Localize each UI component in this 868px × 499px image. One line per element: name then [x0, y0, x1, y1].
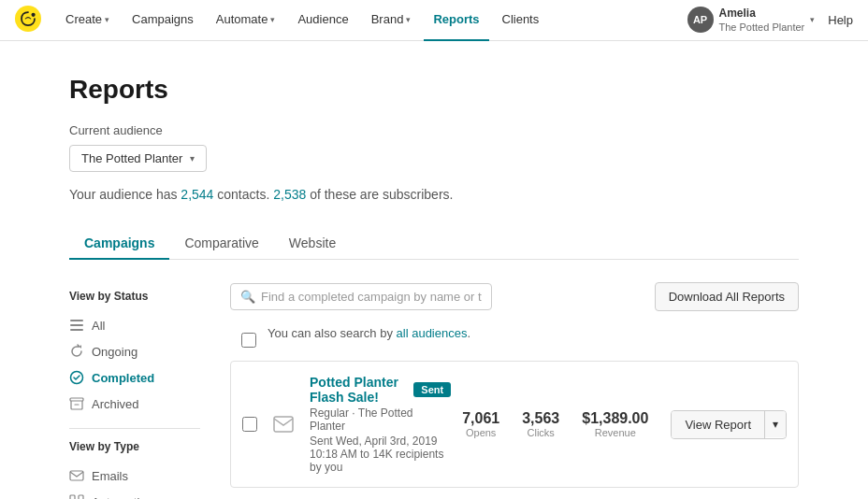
content-layout: View by Status All [69, 282, 799, 499]
clicks-value: 3,563 [522, 410, 559, 427]
revenue-stat: $1,389.00 Revenue [582, 410, 648, 438]
navbar-right: AP Amelia The Potted Planter ▾ Help [687, 7, 853, 35]
audience-info: Your audience has 2,544 contacts. 2,538 … [69, 187, 799, 202]
automate-chevron-icon: ▾ [270, 15, 275, 24]
audience-dropdown[interactable]: The Potted Planter ▾ [69, 145, 207, 172]
tab-comparative[interactable]: Comparative [169, 228, 273, 260]
campaign-details: Potted Planter Flash Sale! Sent Regular … [310, 375, 451, 474]
campaign-stats: 7,061 Opens 3,563 Clicks $1,389.00 Reven… [462, 410, 648, 438]
panel-header-row: You can also search by all audiences. [230, 322, 799, 361]
svg-rect-6 [70, 398, 83, 401]
svg-rect-8 [70, 495, 75, 499]
svg-rect-9 [79, 495, 83, 499]
sidebar: View by Status All [69, 282, 200, 499]
sidebar-item-ongoing[interactable]: Ongoing [69, 338, 200, 364]
campaign-type-icon [268, 409, 298, 439]
view-report-dropdown-button[interactable]: ▾ [765, 411, 786, 437]
contacts-link[interactable]: 2,544 [181, 187, 213, 202]
user-chevron-icon: ▾ [810, 15, 815, 24]
logo[interactable] [15, 6, 41, 35]
audience-label: Current audience [69, 123, 799, 137]
campaign-checkbox[interactable] [242, 417, 257, 432]
sidebar-item-automations[interactable]: Automations [69, 489, 200, 499]
nav-item-audience[interactable]: Audience [288, 0, 357, 41]
list-icon [69, 318, 84, 333]
nav-item-clients[interactable]: Clients [493, 0, 549, 41]
email-icon [69, 468, 84, 483]
svg-rect-7 [70, 471, 83, 480]
revenue-value: $1,389.00 [582, 410, 648, 427]
search-box[interactable]: 🔍 [230, 283, 492, 310]
tab-campaigns[interactable]: Campaigns [69, 228, 169, 260]
campaign-row: Potted Planter Flash Sale! Sent Regular … [230, 361, 799, 488]
all-audiences-link[interactable]: all audiences [397, 326, 468, 340]
svg-rect-3 [70, 324, 83, 326]
avatar: AP [687, 7, 714, 33]
svg-point-0 [15, 6, 41, 32]
download-all-reports-button[interactable]: Download All Reports [655, 282, 799, 311]
campaign-date: Sent Wed, April 3rd, 2019 10:18 AM to 14… [310, 435, 451, 474]
view-report-button[interactable]: View Report ▾ [671, 410, 787, 439]
sidebar-item-archived[interactable]: Archived [69, 391, 200, 417]
navbar: Create ▾ Campaigns Automate ▾ Audience B… [0, 0, 868, 41]
svg-point-1 [32, 13, 36, 17]
automations-icon [69, 494, 84, 499]
nav-item-reports[interactable]: Reports [424, 0, 488, 41]
campaign-name[interactable]: Potted Planter Flash Sale! [310, 375, 406, 405]
clicks-stat: 3,563 Clicks [522, 410, 559, 438]
clicks-label: Clicks [522, 427, 559, 438]
archive-icon [69, 396, 84, 411]
tab-website[interactable]: Website [274, 228, 351, 260]
select-all-checkbox[interactable] [241, 333, 256, 348]
subscribers-link[interactable]: 2,538 [273, 187, 306, 202]
opens-label: Opens [462, 427, 499, 438]
svg-rect-4 [70, 329, 83, 331]
user-org: The Potted Planter [719, 21, 805, 34]
view-by-type-title: View by Type [69, 440, 200, 453]
svg-rect-2 [70, 320, 83, 321]
search-icon: 🔍 [240, 290, 255, 304]
revenue-label: Revenue [582, 427, 648, 438]
panel-toolbar: 🔍 Download All Reports [230, 282, 799, 311]
nav-item-campaigns[interactable]: Campaigns [123, 0, 203, 41]
audience-dropdown-chevron-icon: ▾ [190, 153, 195, 164]
check-icon [69, 370, 84, 385]
sidebar-divider [69, 428, 200, 429]
sidebar-item-completed[interactable]: Completed [69, 364, 200, 391]
main-content: Reports Current audience The Potted Plan… [32, 41, 836, 499]
search-input[interactable] [261, 290, 482, 304]
brand-chevron-icon: ▾ [406, 15, 411, 24]
svg-rect-23 [274, 417, 293, 432]
view-report-main-button[interactable]: View Report [672, 411, 765, 438]
refresh-icon [69, 344, 84, 359]
page-title: Reports [69, 75, 799, 105]
help-link[interactable]: Help [828, 13, 853, 27]
user-menu[interactable]: AP Amelia The Potted Planter ▾ [687, 7, 816, 35]
nav-item-create[interactable]: Create ▾ [56, 0, 119, 41]
create-chevron-icon: ▾ [105, 15, 109, 24]
search-hint: You can also search by all audiences. [268, 326, 470, 340]
opens-value: 7,061 [462, 410, 499, 427]
sidebar-item-all[interactable]: All [69, 312, 200, 338]
campaign-meta: Regular · The Potted Planter [310, 406, 451, 433]
nav-item-automate[interactable]: Automate ▾ [207, 0, 285, 41]
view-by-status-title: View by Status [69, 290, 200, 303]
sent-badge: Sent [413, 382, 451, 397]
tabs: Campaigns Comparative Website [69, 228, 799, 260]
user-name: Amelia [719, 7, 805, 21]
reports-panel: 🔍 Download All Reports You can also sear… [230, 282, 799, 499]
nav-item-brand[interactable]: Brand ▾ [362, 0, 421, 41]
opens-stat: 7,061 Opens [462, 410, 499, 438]
sidebar-item-emails[interactable]: Emails [69, 463, 200, 489]
